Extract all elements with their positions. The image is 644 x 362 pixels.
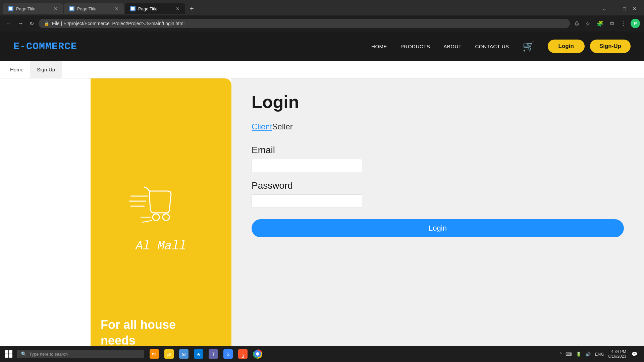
url-bar[interactable]: 🔒 File | E:/project/Ecommerce_Project/Pr… — [39, 19, 570, 28]
window-controls: ⌄ ─ □ ✕ — [600, 5, 641, 13]
svg-text:T: T — [212, 352, 215, 357]
taskbar-app-files[interactable]: 📁 — [162, 347, 176, 361]
cart-illustration — [127, 178, 195, 233]
search-placeholder: Type here to search — [29, 352, 68, 357]
maximize-button[interactable]: □ — [621, 5, 628, 13]
browser-tab-2[interactable]: Page Title ✕ — [64, 3, 124, 14]
brand-name: Al Mall — [136, 239, 186, 253]
tab-favicon-2 — [69, 6, 74, 11]
login-title: Login — [252, 92, 624, 112]
left-panel: Al Mall For all houseneeds — [91, 78, 231, 362]
breadcrumb-signup[interactable]: Sign-Up — [30, 61, 62, 78]
search-icon: 🔍 — [21, 351, 26, 357]
tab-title-2: Page Title — [77, 6, 112, 11]
url-security-icon: 🔒 — [44, 21, 49, 26]
svg-text:e: e — [197, 352, 200, 357]
tab-bar: Page Title ✕ Page Title ✕ Page Title ✕ +… — [0, 0, 644, 15]
login-submit-button[interactable]: Login — [252, 219, 624, 237]
browser-tab-3[interactable]: Page Title ✕ — [125, 3, 185, 14]
main-content: Al Mall For all houseneeds Login Client … — [0, 78, 644, 362]
taskbar-apps: 🛍 📁 ✉ e T S B — [148, 347, 264, 361]
email-input[interactable] — [252, 159, 362, 172]
taskbar-app-edge[interactable]: e — [192, 347, 205, 361]
breadcrumb-home[interactable]: Home — [7, 61, 30, 78]
nav-contact[interactable]: CONTACT US — [475, 44, 509, 49]
address-actions: ⎙ ☆ 🧩 ⧉ ⋮ P — [573, 19, 640, 28]
notification-button[interactable]: 💬 — [630, 350, 639, 358]
split-view-button[interactable]: ⧉ — [608, 20, 616, 27]
battery-icon: 🔋 — [576, 352, 581, 357]
lang-indicator: ENG — [595, 352, 604, 357]
taskbar-app-teams[interactable]: T — [207, 347, 220, 361]
nav-products[interactable]: PRODUCTS — [400, 44, 430, 49]
taskbar-app-store[interactable]: 🛍 — [148, 347, 161, 361]
navbar: E-COMMERCE HOME PRODUCTS ABOUT CONTACT U… — [0, 32, 644, 61]
back-button[interactable]: ← — [4, 19, 13, 28]
nav-home[interactable]: HOME — [371, 44, 387, 49]
tab-close-2[interactable]: ✕ — [115, 6, 119, 11]
extensions-button[interactable]: 🧩 — [595, 20, 605, 27]
keyboard-icon: ⌨ — [566, 352, 572, 357]
share-button[interactable]: ⎙ — [573, 20, 581, 27]
right-panel: Login Client Seller Email Password Login — [231, 78, 644, 362]
wifi-icon: 🔊 — [585, 352, 591, 357]
taskbar-search[interactable]: 🔍 Type here to search — [17, 350, 144, 358]
date-display: 8/16/2023 — [608, 354, 626, 359]
tagline: For all houseneeds — [101, 317, 176, 349]
signup-nav-button[interactable]: Sign-Up — [590, 40, 631, 53]
password-input[interactable] — [252, 194, 362, 208]
tab-close-1[interactable]: ✕ — [54, 6, 58, 11]
clock: 4:34 PM 8/16/2023 — [608, 349, 626, 359]
tab-title-3: Page Title — [138, 6, 173, 11]
profile-button[interactable]: P — [631, 19, 640, 28]
svg-text:S: S — [226, 352, 229, 357]
new-tab-button[interactable]: + — [187, 4, 197, 14]
svg-text:✉: ✉ — [182, 352, 186, 357]
taskbar-app-mail[interactable]: ✉ — [177, 347, 191, 361]
breadcrumb: Home Sign-Up — [0, 61, 644, 78]
nav-links: HOME PRODUCTS ABOUT CONTACT US — [371, 44, 509, 49]
site-logo[interactable]: E-COMMERCE — [13, 40, 77, 53]
login-tabs: Client Seller — [252, 122, 624, 131]
svg-text:📁: 📁 — [166, 352, 172, 357]
bookmark-button[interactable]: ☆ — [583, 20, 592, 27]
tab-title-1: Page Title — [16, 6, 51, 11]
svg-point-4 — [163, 214, 169, 221]
minimize-button[interactable]: ─ — [611, 5, 619, 13]
url-text: File | E:/project/Ecommerce_Project/Proj… — [52, 21, 565, 26]
close-button[interactable]: ✕ — [631, 5, 639, 13]
address-bar: ← → ↻ 🔒 File | E:/project/Ecommerce_Proj… — [0, 15, 644, 32]
show-hidden-button[interactable]: ^ — [560, 352, 562, 356]
tab-favicon-1 — [8, 6, 13, 11]
tab-favicon-3 — [130, 6, 136, 11]
browser-tab-1[interactable]: Page Title ✕ — [3, 3, 63, 14]
svg-line-6 — [143, 221, 152, 222]
cart-icon[interactable]: 🛒 — [523, 41, 534, 52]
taskbar-app-brave[interactable]: B — [236, 347, 250, 361]
svg-point-3 — [153, 214, 159, 221]
taskbar: 🔍 Type here to search 🛍 📁 ✉ e T S B — [0, 346, 644, 362]
taskbar-app-blue[interactable]: S — [221, 347, 235, 361]
windows-logo-icon — [5, 350, 12, 358]
nav-about[interactable]: ABOUT — [443, 44, 462, 49]
start-button[interactable] — [3, 348, 15, 360]
tab-close-3[interactable]: ✕ — [176, 6, 180, 11]
taskbar-app-chrome[interactable] — [251, 347, 264, 361]
forward-button[interactable]: → — [16, 19, 25, 28]
tab-seller[interactable]: Seller — [272, 122, 292, 131]
password-label: Password — [252, 180, 624, 191]
svg-text:🛍: 🛍 — [152, 352, 157, 357]
browser-chrome: Page Title ✕ Page Title ✕ Page Title ✕ +… — [0, 0, 644, 32]
browser-menu-button[interactable]: ⋮ — [619, 20, 628, 27]
reload-button[interactable]: ↻ — [28, 20, 35, 27]
email-label: Email — [252, 145, 624, 156]
nav-buttons: Login Sign-Up — [548, 40, 631, 53]
tab-client[interactable]: Client — [252, 122, 272, 131]
tab-list-button[interactable]: ⌄ — [600, 5, 608, 13]
svg-point-22 — [256, 352, 259, 356]
time-display: 4:34 PM — [608, 349, 626, 354]
taskbar-sys: ^ ⌨ 🔋 🔊 ENG 4:34 PM 8/16/2023 💬 — [560, 349, 641, 359]
svg-text:B: B — [241, 354, 244, 359]
page-content: E-COMMERCE HOME PRODUCTS ABOUT CONTACT U… — [0, 32, 644, 362]
login-nav-button[interactable]: Login — [548, 40, 585, 53]
